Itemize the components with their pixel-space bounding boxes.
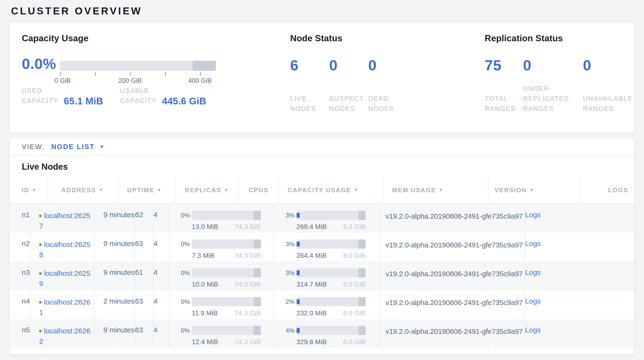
capacity-used-value: 10.0 MiB <box>192 281 218 288</box>
node-capacity-usage-cell: 0% 12.4 MiB 74.3 GiB <box>170 319 274 348</box>
column-header-version[interactable]: VERSION▼ <box>488 177 580 204</box>
table-row: n3 localhost:26259 9 minutes 61 4 0% <box>10 262 634 290</box>
mem-total-value: 8.0 GiB <box>343 252 365 259</box>
logs-link[interactable]: Logs <box>525 326 541 334</box>
gauge-tick <box>130 72 130 76</box>
column-header-mem-usage[interactable]: MEM USAGE▼ <box>383 177 489 204</box>
live-status-icon <box>39 301 42 304</box>
used-capacity-stat: USED CAPACITY 65.1 MiB <box>22 86 120 106</box>
node-id-cell: n3 <box>10 262 30 290</box>
sort-arrow-icon: ▼ <box>32 188 37 193</box>
mem-total-value: 8.0 GiB <box>343 223 365 231</box>
node-address-cell: localhost:26257 <box>30 204 94 233</box>
node-address-cell: localhost:26261 <box>30 290 94 319</box>
usable-capacity-label: USABLE CAPACITY <box>120 86 157 106</box>
mem-total-value: 8.0 GiB <box>343 338 365 346</box>
node-mem-usage-cell: 3% 264.4 MiB 8.0 GiB <box>274 233 380 262</box>
node-mem-usage-cell: 4% 329.6 MiB 8.0 GiB <box>274 319 380 348</box>
sort-arrow-icon: ▼ <box>530 188 534 193</box>
node-logs-cell: Logs <box>525 204 547 233</box>
usable-capacity-value: 445.6 GiB <box>162 96 206 107</box>
column-header-id[interactable]: ID▼ <box>10 177 48 204</box>
node-address-link[interactable]: localhost:26258 <box>39 241 90 259</box>
live-status-icon <box>39 272 42 275</box>
replication-status-metrics: 75 TOTAL RANGES 0 UNDER- REPLICATED RANG… <box>485 57 634 114</box>
node-capacity-usage-cell: 0% 11.9 MiB 74.3 GiB <box>170 290 274 319</box>
live-status-icon <box>39 215 42 217</box>
column-header-uptime[interactable]: UPTIME▼ <box>118 177 176 204</box>
node-status-metrics: 6 LIVE NODES 0 SUSPECT NODES 0 <box>290 57 485 114</box>
sort-arrow-icon: ▼ <box>157 188 162 193</box>
gauge-tick <box>200 72 200 76</box>
node-replicas-cell: 63 <box>135 233 153 262</box>
capacity-total-value: 74.3 GiB <box>235 281 261 288</box>
mem-percent-label: 4% <box>283 327 295 334</box>
gauge-tick <box>60 72 60 76</box>
sort-arrow-icon: ▼ <box>354 188 358 193</box>
logs-link[interactable]: Logs <box>525 211 541 219</box>
used-capacity-label: USED CAPACITY <box>22 86 58 106</box>
node-address-cell: localhost:26262 <box>30 319 94 348</box>
cluster-summary-panel: Capacity Usage 0.0% 0 GiB 200 GiB 400 Gi… <box>10 22 634 132</box>
mem-percent-label: 3% <box>283 269 295 277</box>
node-address-link[interactable]: localhost:26261 <box>39 298 90 316</box>
node-cpus-cell: 4 <box>154 319 170 348</box>
view-selected-value[interactable]: NODE LIST <box>51 143 95 151</box>
mem-used-value: 314.7 MiB <box>296 281 327 288</box>
table-row: n4 localhost:26261 2 minutes 63 4 0% <box>10 290 634 319</box>
replication-status-section: Replication Status 75 TOTAL RANGES 0 UND… <box>485 33 634 132</box>
node-version-cell: v19.2.0-alpha.20190606-2491-gfe735c9a97 <box>380 204 525 233</box>
chevron-down-icon[interactable]: ▼ <box>100 144 104 149</box>
node-address-link[interactable]: localhost:26262 <box>39 327 90 345</box>
capacity-gauge: 0 GiB 200 GiB 400 GiB <box>60 61 216 72</box>
view-bar: VIEW: NODE LIST ▼ <box>10 138 634 155</box>
node-id-cell: n1 <box>10 204 30 233</box>
node-address-cell: localhost:26258 <box>30 233 94 262</box>
suspect-nodes-metric: 0 SUSPECT NODES <box>329 57 368 114</box>
gauge-axis-label: 400 GiB <box>188 77 212 84</box>
capacity-total-value: 74.3 GiB <box>235 338 261 346</box>
live-status-icon <box>39 330 42 332</box>
table-header-row: ID▼ ADDRESS▼ UPTIME▼ REPLICAS▼ CPUS CAPA… <box>10 177 634 204</box>
logs-link[interactable]: Logs <box>525 240 541 247</box>
replication-status-heading: Replication Status <box>485 33 634 44</box>
node-cpus-cell: 4 <box>154 290 170 319</box>
node-cpus-cell: 4 <box>154 204 170 233</box>
capacity-percent-label: 0% <box>178 212 190 219</box>
page-title: CLUSTER OVERVIEW <box>11 5 634 17</box>
sort-arrow-icon: ▼ <box>99 188 104 193</box>
view-label: VIEW: <box>22 143 45 151</box>
capacity-total-value: 74.3 GiB <box>235 223 261 231</box>
capacity-total-value: 74.3 GiB <box>235 309 261 317</box>
node-version-cell: v19.2.0-alpha.20190606-2491-gfe735c9a97 <box>380 319 525 348</box>
node-uptime-cell: 2 minutes <box>94 290 135 319</box>
node-address-link[interactable]: localhost:26257 <box>39 212 90 230</box>
capacity-used-value: 12.4 MiB <box>192 338 218 346</box>
view-selector-dropdown[interactable]: NODE LIST ▼ <box>51 143 104 151</box>
node-uptime-cell: 9 minutes <box>94 262 135 290</box>
column-header-address[interactable]: ADDRESS▼ <box>48 177 118 204</box>
capacity-usage-bar <box>192 211 261 220</box>
logs-link[interactable]: Logs <box>525 268 541 276</box>
node-uptime-cell: 9 minutes <box>94 319 135 348</box>
live-nodes-title: Live Nodes <box>22 162 622 172</box>
column-header-capacity-usage[interactable]: CAPACITY USAGE▼ <box>279 177 383 204</box>
unavailable-ranges-metric: 0 UNAVAILABLE RANGES <box>583 57 633 114</box>
sort-arrow-icon: ▼ <box>439 188 444 193</box>
capacity-percent-label: 0% <box>178 269 190 277</box>
node-logs-cell: Logs <box>525 233 547 262</box>
node-id-cell: n2 <box>10 233 30 262</box>
mem-used-value: 329.6 MiB <box>296 338 327 346</box>
node-cpus-cell: 4 <box>154 262 170 290</box>
node-address-link[interactable]: localhost:26259 <box>39 269 90 287</box>
node-capacity-usage-cell: 0% 10.0 MiB 74.3 GiB <box>170 262 274 290</box>
node-id-cell: n4 <box>10 290 30 319</box>
capacity-usage-bar <box>192 268 261 277</box>
column-header-replicas[interactable]: REPLICAS▼ <box>176 177 239 204</box>
capacity-usage-section: Capacity Usage 0.0% 0 GiB 200 GiB 400 Gi… <box>22 33 290 132</box>
table-body: n1 localhost:26257 9 minutes 62 4 0% <box>10 204 634 348</box>
mem-total-value: 8.0 GiB <box>343 309 365 317</box>
sort-arrow-icon: ▼ <box>224 188 228 193</box>
mem-usage-bar <box>296 240 366 249</box>
logs-link[interactable]: Logs <box>525 297 541 305</box>
